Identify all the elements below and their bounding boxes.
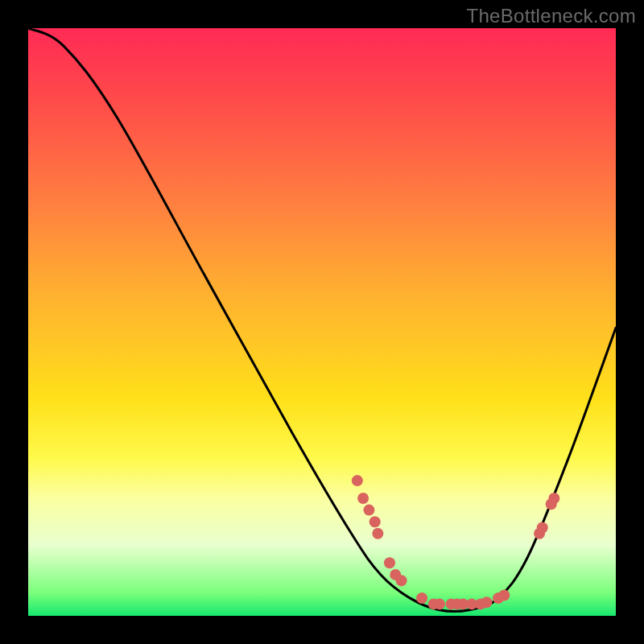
data-point [352, 475, 363, 486]
data-point [498, 589, 510, 601]
bottleneck-curve [28, 28, 616, 612]
data-point [548, 493, 559, 504]
data-point [481, 597, 492, 608]
data-point [416, 592, 427, 604]
data-point [537, 522, 548, 534]
data-point [434, 598, 445, 609]
data-point-markers [352, 475, 560, 609]
watermark-text: TheBottleneck.com [466, 5, 636, 27]
chart-frame: TheBottleneck.com [0, 0, 644, 644]
data-point [372, 528, 383, 539]
data-point [384, 557, 395, 568]
chart-svg [28, 28, 616, 616]
data-point [396, 575, 407, 586]
plot-area [28, 28, 616, 616]
data-point [369, 516, 381, 527]
data-point [363, 505, 374, 516]
data-point [357, 493, 369, 504]
